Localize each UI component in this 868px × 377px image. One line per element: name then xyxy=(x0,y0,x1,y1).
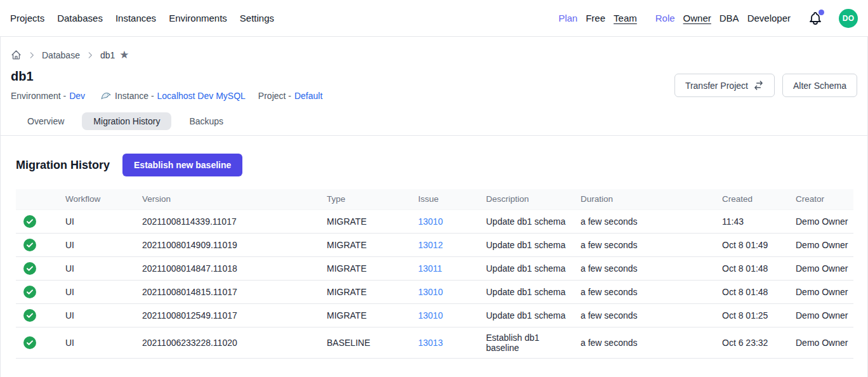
plan-option-free[interactable]: Free xyxy=(586,13,605,23)
section-title: Migration History xyxy=(16,159,110,172)
table-row[interactable]: UI 20211008014847.11018 MIGRATE 13011 Up… xyxy=(16,256,853,280)
cell-created: Oct 8 01:25 xyxy=(717,303,791,327)
cell-duration: a few seconds xyxy=(575,280,717,303)
column-creator: Creator xyxy=(791,189,853,209)
issue-link[interactable]: 13010 xyxy=(418,287,443,297)
cell-duration: a few seconds xyxy=(575,256,717,280)
cell-created: Oct 8 01:48 xyxy=(717,280,791,303)
issue-link[interactable]: 13010 xyxy=(418,216,443,227)
cell-type: BASELINE xyxy=(322,327,413,358)
alter-schema-label: Alter Schema xyxy=(793,81,846,91)
establish-baseline-button[interactable]: Establish new baseline xyxy=(122,154,242,176)
instance-label: Instance - xyxy=(115,91,154,101)
cell-version: 20211008014847.11018 xyxy=(137,256,322,280)
cell-type: MIGRATE xyxy=(322,280,413,303)
transfer-arrows-icon xyxy=(753,80,764,91)
mysql-dolphin-icon xyxy=(100,90,112,102)
cell-duration: a few seconds xyxy=(575,233,717,256)
cell-workflow: UI xyxy=(60,303,137,327)
nav-item-settings[interactable]: Settings xyxy=(240,13,274,23)
top-nav: Projects Databases Instances Environment… xyxy=(0,0,868,36)
cell-type: MIGRATE xyxy=(322,209,413,233)
cell-creator: Demo Owner xyxy=(791,327,853,358)
chevron-right-icon xyxy=(86,51,95,60)
db-info-line: Environment - Dev Instance - Localhost D… xyxy=(11,90,331,102)
check-circle-icon xyxy=(23,309,36,322)
cell-workflow: UI xyxy=(60,327,137,358)
check-circle-icon xyxy=(23,286,36,298)
issue-link[interactable]: 13011 xyxy=(418,263,442,274)
cell-workflow: UI xyxy=(60,209,137,233)
nav-item-databases[interactable]: Databases xyxy=(57,13,103,23)
table-row[interactable]: UI 20211008014815.11017 MIGRATE 13010 Up… xyxy=(16,280,853,303)
tab-backups[interactable]: Backups xyxy=(178,112,235,130)
table-row[interactable]: UI 20211008012549.11017 MIGRATE 13010 Up… xyxy=(16,303,853,327)
transfer-project-button[interactable]: Transfer Project xyxy=(674,74,775,97)
cell-version: 20211008012549.11017 xyxy=(137,303,322,327)
project-label: Project - xyxy=(258,91,291,101)
project-link[interactable]: Default xyxy=(294,91,322,101)
cell-description: Update db1 schema xyxy=(481,256,575,280)
cell-duration: a few seconds xyxy=(575,209,717,233)
cell-workflow: UI xyxy=(60,256,137,280)
notifications-button[interactable] xyxy=(808,11,823,26)
cell-description: Update db1 schema xyxy=(481,233,575,256)
cell-creator: Demo Owner xyxy=(791,303,853,327)
table-row[interactable]: UI 20211008014909.11019 MIGRATE 13012 Up… xyxy=(16,233,853,256)
check-circle-icon xyxy=(23,336,36,349)
plan-option-team[interactable]: Team xyxy=(614,13,637,23)
check-circle-icon xyxy=(23,239,36,251)
column-duration: Duration xyxy=(575,189,717,209)
alter-schema-button[interactable]: Alter Schema xyxy=(782,74,857,97)
tab-overview[interactable]: Overview xyxy=(16,112,76,130)
cell-workflow: UI xyxy=(60,280,137,303)
role-option-dba[interactable]: DBA xyxy=(720,13,739,23)
issue-link[interactable]: 13013 xyxy=(418,338,443,348)
issue-link[interactable]: 13012 xyxy=(418,240,443,250)
page-title: db1 xyxy=(11,69,331,84)
cell-description: Establish db1 baseline xyxy=(481,327,575,358)
nav-item-instances[interactable]: Instances xyxy=(115,13,156,23)
cell-version: 20211008014815.11017 xyxy=(137,280,322,303)
role-option-developer[interactable]: Developer xyxy=(747,13,791,23)
cell-version: 20211008014909.11019 xyxy=(137,233,322,256)
breadcrumb-current[interactable]: db1 xyxy=(100,50,115,60)
role-switcher: Role Owner DBA Developer xyxy=(655,13,791,23)
cell-created: Oct 8 01:49 xyxy=(717,233,791,256)
breadcrumb-database[interactable]: Database xyxy=(42,50,80,60)
cell-version: 20211008114339.11017 xyxy=(137,209,322,233)
table-row[interactable]: UI 20211008114339.11017 MIGRATE 13010 Up… xyxy=(16,209,853,233)
star-icon[interactable]: ★ xyxy=(119,50,129,60)
tab-migration-history[interactable]: Migration History xyxy=(82,112,171,130)
avatar[interactable]: DO xyxy=(839,9,858,28)
cell-description: Update db1 schema xyxy=(481,209,575,233)
nav-right: Plan Free Team Role Owner DBA Developer … xyxy=(558,9,858,28)
role-option-owner[interactable]: Owner xyxy=(683,13,711,23)
plan-label: Plan xyxy=(558,13,577,23)
column-created: Created xyxy=(717,189,791,209)
cell-description: Update db1 schema xyxy=(481,303,575,327)
breadcrumb: Database db1 ★ xyxy=(11,50,857,60)
cell-creator: Demo Owner xyxy=(791,280,853,303)
environment-link[interactable]: Dev xyxy=(69,91,85,101)
cell-creator: Demo Owner xyxy=(791,233,853,256)
cell-created: 11:43 xyxy=(717,209,791,233)
migration-history-table: Workflow Version Type Issue Description … xyxy=(16,189,853,359)
cell-type: MIGRATE xyxy=(322,303,413,327)
column-status xyxy=(16,189,60,209)
nav-item-environments[interactable]: Environments xyxy=(169,13,227,23)
header-buttons: Transfer Project Alter Schema xyxy=(674,74,857,97)
cell-creator: Demo Owner xyxy=(791,209,853,233)
table-row[interactable]: UI 20211006233228.11020 BASELINE 13013 E… xyxy=(16,327,853,358)
cell-version: 20211006233228.11020 xyxy=(137,327,322,358)
instance-link[interactable]: Localhost Dev MySQL xyxy=(157,91,246,101)
cell-creator: Demo Owner xyxy=(791,256,853,280)
column-version: Version xyxy=(137,189,322,209)
issue-link[interactable]: 13010 xyxy=(418,310,443,321)
home-icon[interactable] xyxy=(11,50,22,60)
column-description: Description xyxy=(481,189,575,209)
nav-item-projects[interactable]: Projects xyxy=(10,13,44,23)
cell-created: Oct 8 01:48 xyxy=(717,256,791,280)
db-header: db1 Environment - Dev Instance - Localho… xyxy=(11,69,331,102)
check-circle-icon xyxy=(23,262,36,275)
